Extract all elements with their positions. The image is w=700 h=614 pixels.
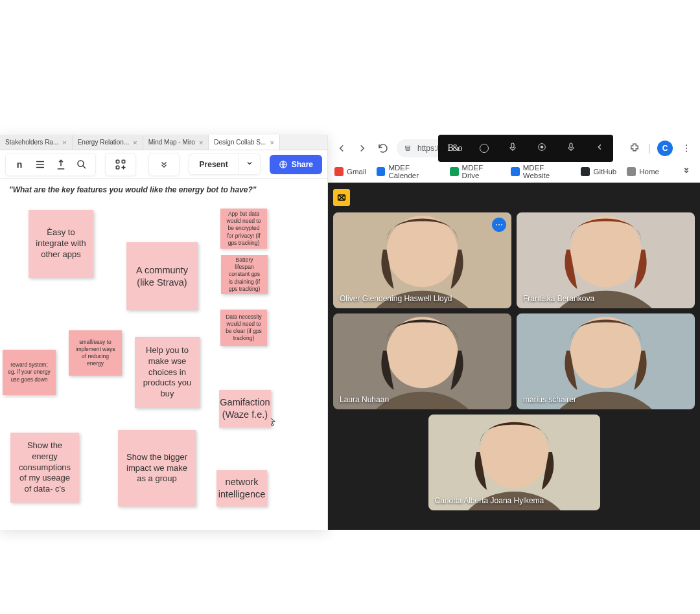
bookmark-label: Gmail xyxy=(347,168,366,176)
browser-tab[interactable]: Stakeholders Ra...× xyxy=(0,135,73,150)
participant-name: Carlotta Alberta Joana Hylkema xyxy=(435,496,544,505)
sticky-note[interactable]: small/easy to implement ways of reducing… xyxy=(69,330,122,376)
favicon xyxy=(334,167,344,176)
participant-name: Laura Nuhaan xyxy=(340,395,389,404)
bookmarks-bar: GmailMDEF CalenderMDEF DriveMDEF Website… xyxy=(328,161,700,182)
sticky-note[interactable]: Battery lifespan constant gps is drainin… xyxy=(221,255,268,294)
present-button[interactable]: Present xyxy=(189,155,239,174)
svg-point-24 xyxy=(570,317,642,388)
svg-point-9 xyxy=(686,144,687,146)
sticky-note[interactable]: Gamifaction (Waze f.e.) xyxy=(219,390,271,427)
sticky-note[interactable]: Show the bigger impact we make as a grou… xyxy=(118,430,196,506)
svg-rect-3 xyxy=(116,166,119,169)
hamburger-icon[interactable] xyxy=(33,157,47,172)
participant-name: Oliver Glendening Haswell Lloyd xyxy=(340,294,452,303)
video-tile[interactable]: Oliver Glendening Haswell Lloyd⋯ xyxy=(333,212,511,308)
video-tile[interactable]: Laura Nuhaan xyxy=(333,313,511,409)
close-icon[interactable]: × xyxy=(62,139,66,146)
favicon xyxy=(377,167,385,176)
bookmark-item[interactable]: GitHub xyxy=(581,167,616,176)
svg-point-0 xyxy=(78,161,84,166)
present-button-group: Present xyxy=(189,154,261,175)
sticky-note[interactable]: A communty (like Strava) xyxy=(126,242,198,310)
apps-add-icon[interactable] xyxy=(113,157,128,172)
bookmark-item[interactable]: MDEF Website xyxy=(511,164,570,179)
favicon xyxy=(627,167,636,176)
miro-canvas[interactable]: "What are the key features you would lik… xyxy=(0,179,327,530)
export-icon[interactable] xyxy=(54,157,68,172)
tile-more-icon[interactable]: ⋯ xyxy=(492,218,506,232)
kebab-icon[interactable] xyxy=(679,141,694,155)
svg-point-18 xyxy=(570,216,642,287)
svg-point-15 xyxy=(387,216,458,287)
svg-rect-1 xyxy=(116,160,119,163)
board-letter[interactable]: n xyxy=(12,157,27,172)
tab-label: Stakeholders Ra... xyxy=(5,139,58,146)
tab-label: Mind Map - Miro xyxy=(148,139,195,146)
chevron-double-down-icon[interactable] xyxy=(157,157,171,172)
back-icon[interactable] xyxy=(334,141,349,155)
bookmark-label: MDEF Website xyxy=(523,164,571,179)
browser-tab[interactable]: Energy Relation...× xyxy=(73,135,143,150)
svg-point-27 xyxy=(480,420,548,488)
svg-point-10 xyxy=(686,148,687,149)
svg-rect-2 xyxy=(122,160,125,163)
hud-record-icon xyxy=(537,142,547,155)
hud-mic-2-icon xyxy=(566,141,576,156)
share-label: Share xyxy=(292,160,313,169)
video-tile[interactable]: Frantiska Berankova xyxy=(517,212,695,308)
search-icon[interactable] xyxy=(75,157,89,172)
browser-tab[interactable]: Mind Map - Miro× xyxy=(143,135,209,150)
sticky-note[interactable]: reward system; eg. if your energy use go… xyxy=(3,350,56,395)
favicon xyxy=(450,167,458,176)
hud-logo: B&o xyxy=(447,143,461,154)
browser-tabstrip: Stakeholders Ra...×Energy Relation...×Mi… xyxy=(0,135,327,150)
bookmark-label: MDEF Calender xyxy=(388,164,439,179)
bookmark-item[interactable]: MDEF Calender xyxy=(377,164,439,179)
sticky-note[interactable]: network intelligence xyxy=(216,470,267,506)
bookmark-item[interactable]: Home xyxy=(627,167,659,176)
bookmark-label: MDEF Drive xyxy=(462,164,501,179)
bookmark-item[interactable]: MDEF Drive xyxy=(450,164,500,179)
favicon xyxy=(511,167,519,176)
bookmark-label: GitHub xyxy=(593,168,616,176)
sticky-note[interactable]: App but data would need to be encrypted … xyxy=(220,209,267,249)
participant-name: Frantiska Berankova xyxy=(523,294,594,303)
svg-point-21 xyxy=(387,317,458,388)
participant-name: marius schairer xyxy=(523,395,576,404)
close-icon[interactable]: × xyxy=(199,139,203,146)
profile-avatar[interactable]: C xyxy=(657,141,673,156)
svg-point-11 xyxy=(686,150,687,152)
svg-rect-8 xyxy=(570,143,572,148)
sticky-note[interactable]: Show the energy consumptions of my useag… xyxy=(10,433,79,503)
meet-area: Oliver Glendening Haswell Lloyd⋯ Frantis… xyxy=(328,183,700,530)
sticky-note[interactable]: Data necessity would need to be clear (i… xyxy=(220,310,267,346)
sticky-note[interactable]: Help you to make wse choices in products… xyxy=(135,337,200,408)
hud-circle-1-icon xyxy=(480,144,489,153)
divider: | xyxy=(648,142,651,154)
reload-icon[interactable] xyxy=(376,141,390,155)
tab-label: Design Collab S... xyxy=(214,139,266,146)
video-tile[interactable]: Carlotta Alberta Joana Hylkema xyxy=(428,415,600,510)
url-text: https:/ xyxy=(417,144,439,153)
video-tile[interactable]: marius schairer xyxy=(517,313,695,409)
hud-chevron-icon xyxy=(595,142,604,154)
close-icon[interactable]: × xyxy=(133,139,137,146)
meet-logo-icon[interactable] xyxy=(333,189,350,206)
sticky-note[interactable]: Èasy to integrate with other apps xyxy=(29,210,93,278)
extensions-icon[interactable] xyxy=(627,141,642,155)
svg-point-7 xyxy=(541,146,544,149)
bookmark-label: Home xyxy=(639,168,659,176)
present-dropdown[interactable] xyxy=(239,154,260,174)
bookmark-item[interactable]: Gmail xyxy=(334,167,366,176)
favicon xyxy=(581,167,590,176)
share-button[interactable]: Share xyxy=(270,155,322,174)
tab-label: Energy Relation... xyxy=(78,139,130,146)
bookmarks-overflow-icon[interactable] xyxy=(680,165,694,179)
close-icon[interactable]: × xyxy=(270,139,274,146)
hud-mic-icon xyxy=(508,141,518,156)
forward-icon[interactable] xyxy=(355,141,369,155)
board-prompt: "What are the key features you would lik… xyxy=(9,185,256,194)
miro-toolbar: n xyxy=(0,150,327,179)
browser-tab[interactable]: Design Collab S...× xyxy=(209,135,279,150)
